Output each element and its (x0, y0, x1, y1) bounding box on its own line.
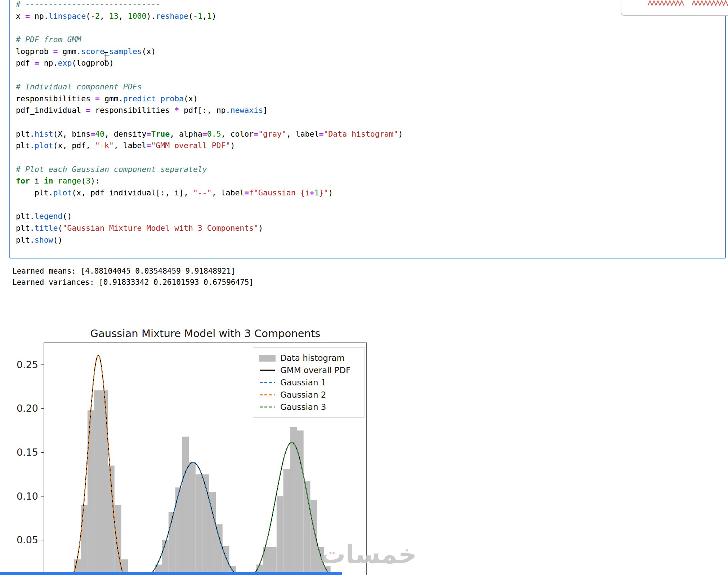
legend-label: GMM overall PDF (280, 366, 350, 375)
legend-key (259, 392, 276, 398)
red-scribble-icon (643, 0, 728, 7)
svg-text:0.20: 0.20 (17, 403, 38, 414)
code-line: plt.title("Gaussian Mixture Model with 3… (16, 222, 403, 234)
code-line (16, 22, 403, 34)
legend-item: Gaussian 1 (259, 376, 359, 389)
code-line: responsibilities = gmm.predict_proba(x) (16, 93, 403, 105)
code-line: logprob = gmm.score_samples(x) (16, 46, 403, 58)
legend-label: Gaussian 2 (280, 390, 326, 399)
legend-label: Data histogram (280, 353, 345, 363)
legend-key (259, 379, 276, 386)
legend-label: Gaussian 1 (280, 378, 326, 387)
code-line (16, 116, 403, 128)
code-line (16, 199, 403, 211)
legend-item: GMM overall PDF (259, 364, 359, 376)
y-axis-ticks: 0.050.100.150.200.25 (17, 359, 44, 545)
legend-item: Gaussian 3 (259, 401, 359, 413)
code-line: # ----------------------------- (16, 0, 403, 10)
cropped-panel (621, 0, 728, 16)
output-line: Learned means: [4.88104045 0.03548459 9.… (12, 266, 254, 277)
code-line: x = np.linspace(-2, 13, 1000).reshape(-1… (16, 10, 403, 22)
code-line: plt.plot(x, pdf, "-k", label="GMM overal… (16, 140, 403, 152)
legend-item: Gaussian 2 (259, 389, 359, 401)
code-line: pdf_individual = responsibilities * pdf[… (16, 105, 403, 116)
code-line: # Individual component PDFs (16, 81, 403, 93)
code-line: plt.plot(x, pdf_individual[:, i], "--", … (16, 187, 403, 199)
output-line: Learned variances: [0.91833342 0.2610159… (12, 277, 254, 288)
code-line (16, 69, 403, 81)
code-line: pdf = np.exp(logprob) (16, 57, 403, 69)
histogram-bars (67, 390, 338, 575)
legend-item: Data histogram (259, 352, 359, 364)
code-line: plt.show() (16, 234, 403, 246)
svg-text:0.25: 0.25 (17, 359, 38, 370)
legend-key (259, 355, 276, 362)
code-line: # Plot each Gaussian component separatel… (16, 164, 403, 176)
code-lines: # -----------------------------x = np.li… (16, 0, 403, 246)
code-line: plt.legend() (16, 211, 403, 222)
jupyter-notebook-page: # -----------------------------x = np.li… (0, 0, 728, 575)
text-cursor-icon (106, 53, 106, 61)
svg-text:0.05: 0.05 (17, 534, 38, 545)
watermark: خمسات (320, 539, 417, 569)
cell-output-text: Learned means: [4.88104045 0.03548459 9.… (12, 266, 254, 288)
legend-key (259, 367, 276, 373)
code-line: # PDF from GMM (16, 34, 403, 46)
legend-key (259, 404, 276, 410)
code-line: plt.hist(X, bins=40, density=True, alpha… (16, 128, 403, 140)
legend-label: Gaussian 3 (280, 402, 326, 412)
progress-bar[interactable] (0, 572, 342, 575)
code-cell[interactable]: # -----------------------------x = np.li… (9, 0, 726, 258)
code-line (16, 152, 403, 164)
svg-text:0.10: 0.10 (17, 491, 38, 502)
svg-text:0.15: 0.15 (17, 447, 38, 458)
code-line: for i in range(3): (16, 175, 403, 187)
figure-title: Gaussian Mixture Model with 3 Components (44, 327, 367, 340)
chart-legend: Data histogramGMM overall PDFGaussian 1G… (253, 347, 365, 418)
